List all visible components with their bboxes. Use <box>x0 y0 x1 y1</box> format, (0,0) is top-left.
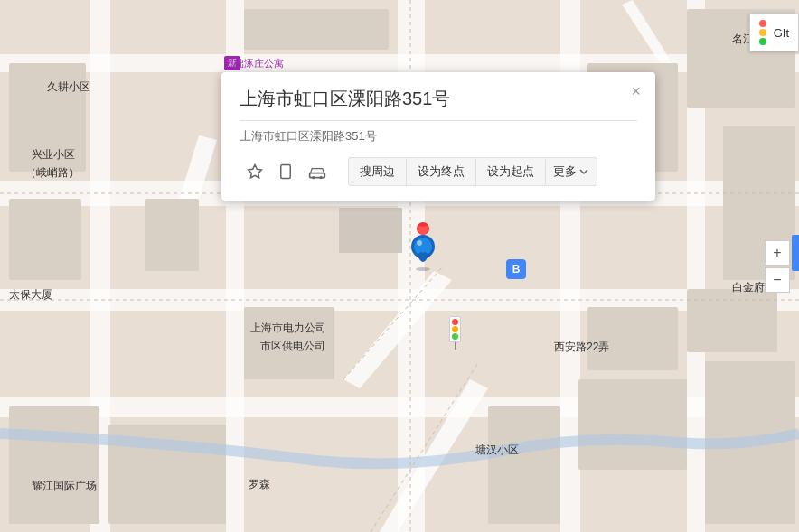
close-button[interactable]: × <box>627 81 644 101</box>
label-xingye: 兴业小区 <box>32 147 75 163</box>
svg-rect-21 <box>9 406 99 524</box>
popup-actions: 搜周边 设为终点 设为起点 更多 <box>240 157 637 186</box>
map-controls: + − <box>765 240 790 293</box>
map-container: 久耕小区 兴业小区 （峨峭路） 太保大厦 上海市电力公司 市区供电公司 西安路2… <box>0 0 799 532</box>
popup-address: 上海市虹口区溧阳路351号 <box>240 128 637 145</box>
svg-rect-27 <box>145 199 199 271</box>
svg-point-40 <box>417 240 422 246</box>
svg-marker-42 <box>249 165 262 178</box>
text-action-buttons: 搜周边 设为终点 设为起点 更多 <box>348 157 597 186</box>
label-yaojiang: 耀江国际广场 <box>32 479 97 494</box>
label-xinchu: 新 新础涿庄公寓 <box>224 56 240 70</box>
zoom-out-button[interactable]: − <box>765 267 790 293</box>
right-edge-indicator <box>792 235 799 271</box>
label-luosen: 罗森 <box>249 477 270 492</box>
mobile-button[interactable] <box>270 160 301 183</box>
zoom-in-button[interactable]: + <box>765 240 790 266</box>
traffic-light-map <box>449 316 461 350</box>
bus-stop-icon: B <box>506 259 526 279</box>
label-xian22: 西安路22弄 <box>554 340 609 355</box>
search-nearby-button[interactable]: 搜周边 <box>349 158 407 185</box>
svg-point-47 <box>320 176 323 179</box>
set-start-button[interactable]: 设为起点 <box>476 158 546 185</box>
label-dianli2: 市区供电公司 <box>260 339 325 354</box>
favorite-button[interactable] <box>240 160 270 183</box>
label-eqiao: （峨峭路） <box>25 165 80 181</box>
svg-rect-24 <box>578 379 687 470</box>
map-location-pin <box>405 221 441 275</box>
popup-title: 上海市虹口区溧阳路351号 <box>240 87 637 121</box>
label-jiugeng: 久耕小区 <box>47 79 90 95</box>
git-button[interactable]: GIt <box>749 14 799 51</box>
svg-rect-16 <box>9 199 81 280</box>
more-button[interactable]: 更多 <box>546 158 597 185</box>
svg-rect-17 <box>244 9 389 50</box>
svg-point-46 <box>312 176 315 179</box>
git-label: GIt <box>774 26 789 40</box>
info-popup: × 上海市虹口区溧阳路351号 上海市虹口区溧阳路351号 <box>221 72 655 201</box>
svg-rect-28 <box>588 307 678 370</box>
popup-icon-buttons <box>240 160 334 183</box>
car-button[interactable] <box>301 160 334 183</box>
svg-rect-23 <box>488 406 560 524</box>
set-end-button[interactable]: 设为终点 <box>407 158 476 185</box>
label-taibao: 太保大厦 <box>9 287 52 303</box>
svg-point-41 <box>416 267 430 271</box>
svg-rect-30 <box>339 208 402 253</box>
label-tanghan: 塘汉小区 <box>475 443 519 458</box>
svg-rect-29 <box>687 289 777 352</box>
svg-rect-45 <box>310 173 325 178</box>
label-dianli1: 上海市电力公司 <box>250 321 326 336</box>
